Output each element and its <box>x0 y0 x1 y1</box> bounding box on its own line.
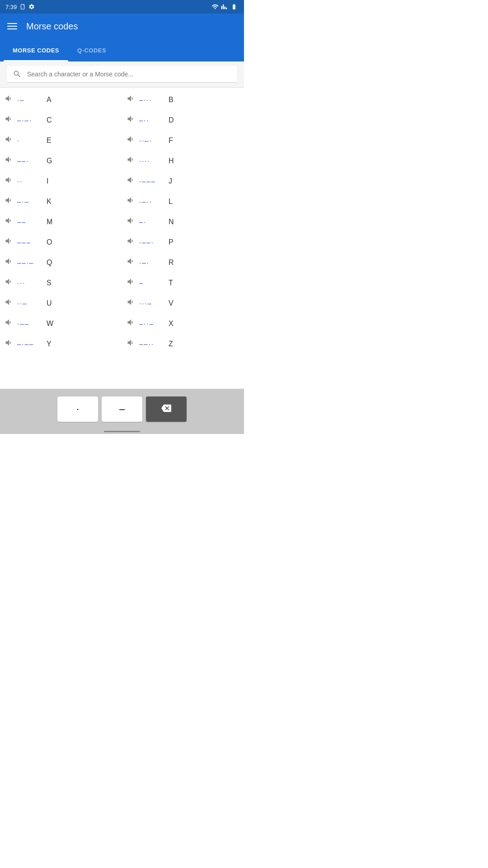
sound-button[interactable] <box>5 155 14 166</box>
morse-code: ––·– <box>17 259 42 266</box>
sound-button[interactable] <box>127 318 136 329</box>
morse-code: –· <box>139 218 164 226</box>
tabs-container: MORSE CODES Q-CODES <box>0 39 244 61</box>
morse-item: ·–· R <box>122 252 244 273</box>
morse-code: ·––– <box>139 177 164 185</box>
sound-button[interactable] <box>127 297 136 309</box>
morse-item: ––– O <box>0 232 122 252</box>
sound-button[interactable] <box>5 338 14 349</box>
morse-code: ·–·· <box>139 198 164 205</box>
search-icon <box>13 70 22 79</box>
morse-char: E <box>47 137 52 145</box>
dash-key[interactable]: – <box>102 396 142 422</box>
tab-q-codes[interactable]: Q-CODES <box>68 39 115 61</box>
home-indicator <box>104 431 140 432</box>
sound-button[interactable] <box>5 216 14 227</box>
sound-button[interactable] <box>5 196 14 207</box>
morse-char: P <box>169 238 174 246</box>
morse-char: B <box>169 96 174 104</box>
sound-button[interactable] <box>127 114 136 126</box>
delete-icon <box>161 403 171 415</box>
morse-item: ·–·· L <box>122 191 244 212</box>
status-bar: 7:39 <box>0 0 244 14</box>
status-time: 7:39 <box>5 4 17 10</box>
sound-button[interactable] <box>127 236 136 248</box>
sound-button[interactable] <box>127 216 136 227</box>
morse-item: ––·– Q <box>0 252 122 273</box>
app-title: Morse codes <box>26 21 78 32</box>
sound-button[interactable] <box>127 338 136 349</box>
morse-code: ·– <box>17 96 42 104</box>
morse-item: ––· G <box>0 151 122 171</box>
sound-button[interactable] <box>127 277 136 288</box>
morse-char: A <box>47 96 52 104</box>
morse-char: Q <box>47 259 52 267</box>
search-input[interactable] <box>27 71 231 78</box>
morse-list: ·– A –··· B –·–· C –·· D · E <box>0 88 244 389</box>
morse-code: –··· <box>139 96 164 104</box>
morse-item: –·· D <box>122 110 244 130</box>
sound-button[interactable] <box>127 94 136 105</box>
morse-code: ···– <box>139 299 164 307</box>
morse-item: ··· S <box>0 273 122 293</box>
morse-item: –··· B <box>122 90 244 110</box>
morse-item: · E <box>0 130 122 151</box>
morse-item: –·–– Y <box>0 334 122 354</box>
morse-char: W <box>47 320 53 328</box>
sound-button[interactable] <box>5 236 14 248</box>
search-bar <box>7 66 237 83</box>
sound-button[interactable] <box>5 277 14 288</box>
morse-char: H <box>169 157 174 165</box>
morse-item: –··– X <box>122 313 244 334</box>
morse-grid: ·– A –··· B –·–· C –·· D · E <box>0 90 244 354</box>
tab-morse-codes[interactable]: MORSE CODES <box>4 39 68 61</box>
morse-item: ···· H <box>122 151 244 171</box>
morse-item: ––·· Z <box>122 334 244 354</box>
morse-code: ––· <box>17 157 42 165</box>
morse-code: ––·· <box>139 340 164 348</box>
morse-char: O <box>47 238 52 246</box>
sound-button[interactable] <box>5 135 14 146</box>
morse-code: –·· <box>139 116 164 124</box>
morse-char: C <box>47 116 52 124</box>
sound-button[interactable] <box>5 257 14 268</box>
morse-char: K <box>47 198 52 206</box>
morse-char: U <box>47 299 52 307</box>
sound-button[interactable] <box>5 297 14 309</box>
morse-item: –·– K <box>0 191 122 212</box>
sound-button[interactable] <box>127 175 136 187</box>
sound-button[interactable] <box>127 257 136 268</box>
sound-button[interactable] <box>5 114 14 126</box>
morse-code: ·–· <box>139 259 164 266</box>
morse-code: ·–– <box>17 320 42 327</box>
sound-button[interactable] <box>127 155 136 166</box>
morse-code: · <box>17 137 42 144</box>
morse-item: ···– V <box>122 293 244 313</box>
morse-char: J <box>169 177 172 185</box>
delete-key[interactable] <box>146 396 187 422</box>
morse-char: Z <box>169 340 173 348</box>
morse-item: ·––– J <box>122 171 244 191</box>
morse-code: ·––· <box>139 238 164 246</box>
morse-code: ··–· <box>139 137 164 144</box>
sound-button[interactable] <box>5 175 14 187</box>
morse-char: Y <box>47 340 52 348</box>
sound-button[interactable] <box>127 196 136 207</box>
morse-char: V <box>169 299 174 307</box>
morse-item: –– M <box>0 212 122 232</box>
sound-button[interactable] <box>127 135 136 146</box>
morse-code: ––– <box>17 238 42 246</box>
morse-char: I <box>47 177 48 185</box>
morse-code: –·–– <box>17 340 42 348</box>
morse-code: ··· <box>17 279 42 287</box>
morse-code: –·– <box>17 198 42 205</box>
sound-button[interactable] <box>5 94 14 105</box>
app-bar: Morse codes <box>0 14 244 39</box>
sound-button[interactable] <box>5 318 14 329</box>
morse-char: G <box>47 157 52 165</box>
morse-item: ·––· P <box>122 232 244 252</box>
menu-button[interactable] <box>7 23 17 29</box>
status-right <box>211 3 239 10</box>
dot-key[interactable]: · <box>57 396 98 422</box>
battery-icon <box>230 4 239 10</box>
